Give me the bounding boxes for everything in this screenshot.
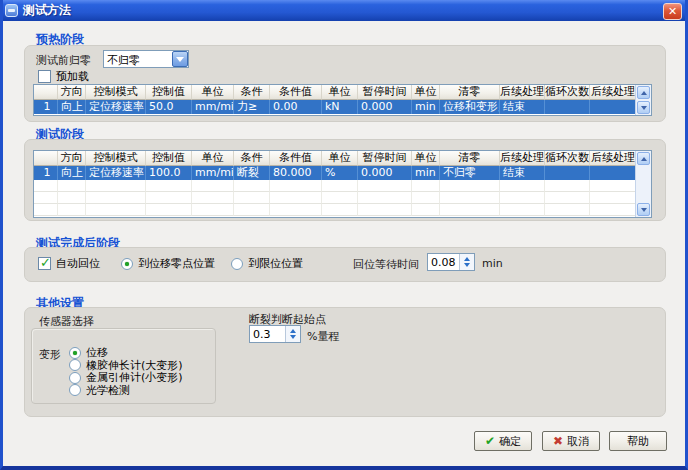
table-header-cell: 单位 [192,151,234,166]
table-cell[interactable]: mm/min [192,100,234,114]
table-header-cell: 控制值 [146,151,192,166]
table-empty-cell [146,180,192,192]
table-empty-cell [590,204,637,216]
table-empty-cell [58,204,86,216]
table-cell[interactable]: 0.00 [270,100,322,114]
table-cell[interactable]: 力≥ [234,100,270,114]
radio-selected-icon[interactable] [121,258,133,270]
table-cell[interactable]: min [412,100,440,114]
table-empty-cell [270,204,322,216]
table-empty-cell [192,192,234,204]
table-cell[interactable]: 结束 [500,100,545,114]
return-to-limit-radio[interactable]: 到限位位置 [231,256,303,271]
table-cell[interactable]: 定位移速率 [86,100,146,114]
cancel-button-label: 取消 [567,434,589,449]
return-wait-value[interactable]: 0.08 [428,254,459,270]
table-header-cell: 后续处理 [500,151,545,166]
table-cell[interactable]: 向上 [58,100,86,114]
table-cell[interactable] [545,166,590,180]
table-cell[interactable]: 断裂 [234,166,270,180]
table-cell[interactable]: 1 [34,166,58,180]
table-header-cell: 控制模式 [86,151,146,166]
table-header-cell: 循环次数 [545,85,590,100]
help-button[interactable]: 帮助 [609,431,667,451]
table-header-cell: 单位 [322,85,358,100]
table-empty-cell [358,192,412,204]
titlebar[interactable]: 测试方法 ✕ [0,0,688,21]
table-header-cell: 后续处理 [500,85,545,100]
checkbox-checked-icon[interactable] [38,257,51,270]
break-criterion-value[interactable]: 0.3 [250,326,285,342]
table-cell[interactable]: 位移和变形归零 [440,100,500,114]
table-header-cell: 方向 [58,85,86,100]
table-cell[interactable]: 1 [34,100,58,114]
table-header-row: 方向控制模式控制值单位条件条件值单位暂停时间单位清零后续处理循环次数后续处理 [34,85,651,100]
table-header-cell: 暂停时间 [358,85,412,100]
table-empty-cell [590,180,637,192]
table-header-cell: 单位 [192,85,234,100]
table-empty-cell [270,180,322,192]
table-header-cell: 条件 [234,151,270,166]
table-cell[interactable]: % [322,166,358,180]
table-cell[interactable]: 0.000 [358,166,412,180]
table-row[interactable]: 1向上定位移速率50.0mm/min力≥0.00kN0.000min位移和变形归… [34,100,651,114]
return-wait-spinner[interactable]: 0.08 [427,253,475,271]
cancel-button[interactable]: ✖ 取消 [542,431,600,451]
window-title: 测试方法 [23,2,71,19]
table-cell[interactable]: 100.0 [146,166,192,180]
table-cell[interactable]: min [412,166,440,180]
table-header-cell: 后续处理 [590,85,637,100]
spinner-arrows-icon[interactable] [459,254,474,270]
chevron-down-icon[interactable] [172,51,188,67]
table-cell[interactable]: kN [322,100,358,114]
ok-button[interactable]: ✔ 确定 [474,431,532,451]
table-cell[interactable]: 定位移速率 [86,166,146,180]
table-cell[interactable]: mm/min [192,166,234,180]
radio-icon[interactable] [231,258,243,270]
table-empty-row[interactable] [34,204,651,216]
scroll-up-icon[interactable] [637,86,650,99]
table-empty-row[interactable] [34,180,651,192]
table-header-cell: 单位 [412,151,440,166]
table-cell[interactable]: 向上 [58,166,86,180]
checkbox-icon[interactable] [38,70,51,83]
table-cell[interactable]: 结束 [500,166,545,180]
table-header-cell: 控制模式 [86,85,146,100]
close-icon[interactable]: ✕ [663,3,682,20]
check-icon: ✔ [485,434,495,448]
auto-return-checkbox[interactable]: 自动回位 [38,256,100,271]
table-empty-cell [545,204,590,216]
zero-before-test-combo[interactable]: 不归零 [103,50,189,68]
table-cell[interactable] [590,100,637,114]
preheat-table-scrollbar[interactable] [635,85,651,115]
table-empty-cell [412,204,440,216]
preload-checkbox[interactable]: 预加载 [38,69,89,84]
table-cell[interactable] [590,166,637,180]
table-header-cell: 单位 [322,151,358,166]
table-cell[interactable]: 不归零 [440,166,500,180]
table-empty-cell [234,204,270,216]
table-empty-cell [234,192,270,204]
sensor-option-radio[interactable]: 光学检测 [69,383,130,398]
table-cell[interactable]: 50.0 [146,100,192,114]
sensor-select-label: 传感器选择 [39,314,94,329]
test-table-scrollbar[interactable] [635,151,651,217]
table-cell[interactable]: 80.000 [270,166,322,180]
scroll-up-icon[interactable] [637,152,650,165]
spinner-arrows-icon[interactable] [285,326,300,342]
radio-icon[interactable] [69,384,81,396]
table-empty-cell [34,192,58,204]
table-empty-row[interactable] [34,192,651,204]
return-to-zero-radio[interactable]: 到位移零点位置 [121,256,215,271]
table-empty-cell [358,180,412,192]
table-header-cell: 条件值 [270,151,322,166]
auto-return-label: 自动回位 [56,256,100,271]
scroll-down-icon[interactable] [637,203,650,216]
table-empty-cell [412,192,440,204]
table-cell[interactable]: 0.000 [358,100,412,114]
table-row[interactable]: 1向上定位移速率100.0mm/min断裂80.000%0.000min不归零结… [34,166,651,180]
help-button-label: 帮助 [627,434,649,449]
break-criterion-spinner[interactable]: 0.3 [249,325,301,343]
table-cell[interactable] [545,100,590,114]
scroll-down-icon[interactable] [637,101,650,114]
